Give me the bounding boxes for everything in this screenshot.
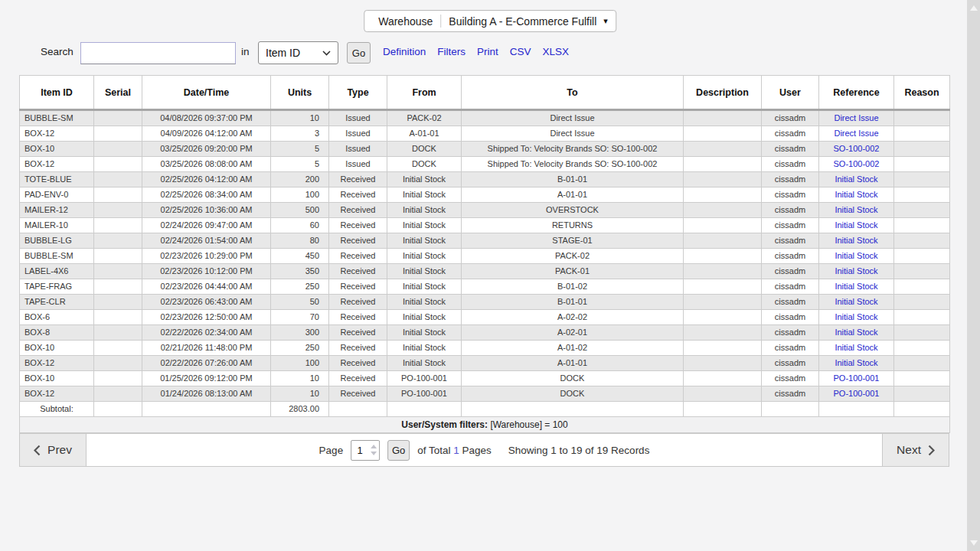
reference-link[interactable]: Initial Stock xyxy=(835,205,877,214)
cell-type: Received xyxy=(329,233,387,249)
search-field-value: Item ID xyxy=(266,47,300,59)
cell-description xyxy=(684,203,762,218)
cell-datetime: 02/23/2026 04:44:00 AM xyxy=(142,279,271,295)
reference-link[interactable]: Direct Issue xyxy=(834,113,878,122)
cell-reason xyxy=(894,295,950,310)
cell-to: A-01-01 xyxy=(462,356,684,371)
cell-units: 5 xyxy=(271,142,329,157)
cell-description xyxy=(684,356,762,371)
reference-link[interactable]: Initial Stock xyxy=(835,174,877,184)
scroll-down-icon[interactable] xyxy=(970,540,978,546)
table-row: BOX-1002/21/2026 11:48:00 PM250ReceivedI… xyxy=(20,341,950,356)
cell-from: Initial Stock xyxy=(387,233,462,249)
prev-page-button[interactable]: Prev xyxy=(20,434,87,466)
page-number-input[interactable]: 1 xyxy=(351,440,380,461)
cell-units: 10 xyxy=(271,371,329,386)
col-header-units: Units xyxy=(271,76,329,110)
cell-datetime: 02/24/2026 01:54:00 AM xyxy=(142,233,271,249)
xlsx-link[interactable]: XLSX xyxy=(543,46,570,57)
page-spinner[interactable] xyxy=(368,441,379,460)
reference-link[interactable]: Initial Stock xyxy=(835,312,877,321)
cell-reason xyxy=(894,371,950,386)
cell-serial xyxy=(94,341,142,356)
cell-from: PO-100-001 xyxy=(387,371,462,386)
reference-link[interactable]: Initial Stock xyxy=(835,266,877,276)
filters-row: User/System filters: [Warehouse] = 100 xyxy=(20,417,950,433)
cell-reason xyxy=(894,110,950,126)
print-link[interactable]: Print xyxy=(477,46,498,57)
reference-link[interactable]: Initial Stock xyxy=(835,282,877,291)
filters-link[interactable]: Filters xyxy=(437,46,466,57)
warehouse-label[interactable]: Warehouse xyxy=(372,15,439,28)
cell-serial xyxy=(94,371,142,386)
cell-from: Initial Stock xyxy=(387,249,462,264)
reference-link[interactable]: Initial Stock xyxy=(835,251,877,260)
reference-link[interactable]: SO-100-002 xyxy=(834,144,880,153)
cell-description xyxy=(684,310,762,325)
reference-link[interactable]: Initial Stock xyxy=(835,220,877,230)
cell-description xyxy=(684,325,762,341)
definition-link[interactable]: Definition xyxy=(383,46,426,57)
reference-link[interactable]: Initial Stock xyxy=(835,328,877,337)
col-header-serial: Serial xyxy=(94,76,142,110)
reference-link[interactable]: Initial Stock xyxy=(835,236,877,245)
reference-link[interactable]: Initial Stock xyxy=(835,297,877,306)
table-row: LABEL-4X602/23/2026 10:12:00 PM350Receiv… xyxy=(20,264,950,279)
filters-label: User/System filters: xyxy=(401,419,488,430)
cell-serial xyxy=(94,142,142,157)
cell-user: cissadm xyxy=(762,264,819,279)
cell-serial xyxy=(94,157,142,172)
csv-link[interactable]: CSV xyxy=(510,46,531,57)
cell-datetime: 02/23/2026 12:50:00 AM xyxy=(142,310,271,325)
cell-units: 80 xyxy=(271,233,329,249)
col-header-from: From xyxy=(387,76,462,110)
cell-serial xyxy=(94,172,142,187)
search-input[interactable] xyxy=(80,42,236,64)
search-field-select[interactable]: Item ID xyxy=(258,41,338,64)
page-go-button[interactable]: Go xyxy=(387,440,410,461)
reference-link[interactable]: PO-100-001 xyxy=(834,373,880,383)
cell-type: Received xyxy=(329,356,387,371)
cell-description xyxy=(684,341,762,356)
vertical-scrollbar[interactable] xyxy=(967,0,980,551)
spinner-down-icon[interactable] xyxy=(371,452,377,455)
reference-link[interactable]: Initial Stock xyxy=(835,190,877,199)
cell-serial xyxy=(94,325,142,341)
cell-from: Initial Stock xyxy=(387,264,462,279)
warehouse-value[interactable]: Building A - E-Commerce Fulfill xyxy=(443,15,603,28)
cell-user: cissadm xyxy=(762,386,819,402)
cell-serial xyxy=(94,110,142,126)
cell-to: PACK-02 xyxy=(462,249,684,264)
cell-item-id: LABEL-4X6 xyxy=(20,264,94,279)
cell-from: Initial Stock xyxy=(387,310,462,325)
in-label: in xyxy=(241,46,250,57)
warehouse-selector[interactable]: Warehouse Building A - E-Commerce Fulfil… xyxy=(364,10,616,32)
cell-to: A-01-02 xyxy=(462,341,684,356)
subtotal-row: Subtotal: 2803.00 xyxy=(20,402,950,417)
reference-link[interactable]: Initial Stock xyxy=(835,343,877,352)
reference-link[interactable]: PO-100-001 xyxy=(834,389,880,398)
reference-link[interactable]: Initial Stock xyxy=(835,358,877,367)
reference-link[interactable]: Direct Issue xyxy=(834,129,878,138)
cell-from: DOCK xyxy=(387,142,462,157)
cell-type: Received xyxy=(329,371,387,386)
next-page-button[interactable]: Next xyxy=(882,434,949,466)
table-row: BUBBLE-LG02/24/2026 01:54:00 AM80Receive… xyxy=(20,233,950,249)
search-label: Search xyxy=(41,46,74,57)
search-go-button[interactable]: Go xyxy=(347,42,371,64)
table-row: BOX-1204/09/2026 04:12:00 AM3IssuedA-01-… xyxy=(20,126,950,142)
cell-description xyxy=(684,386,762,402)
spinner-up-icon[interactable] xyxy=(371,445,377,448)
cell-datetime: 01/25/2026 09:12:00 PM xyxy=(142,371,271,386)
cell-datetime: 02/25/2026 04:12:00 AM xyxy=(142,172,271,187)
cell-serial xyxy=(94,187,142,203)
cell-units: 100 xyxy=(271,356,329,371)
cell-reason xyxy=(894,172,950,187)
cell-user: cissadm xyxy=(762,310,819,325)
scroll-up-icon[interactable] xyxy=(970,5,978,11)
reference-link[interactable]: SO-100-002 xyxy=(834,159,880,168)
action-links: Definition Filters Print CSV XLSX xyxy=(383,46,569,57)
cell-user: cissadm xyxy=(762,126,819,142)
cell-type: Received xyxy=(329,203,387,218)
cell-item-id: BOX-10 xyxy=(20,341,94,356)
